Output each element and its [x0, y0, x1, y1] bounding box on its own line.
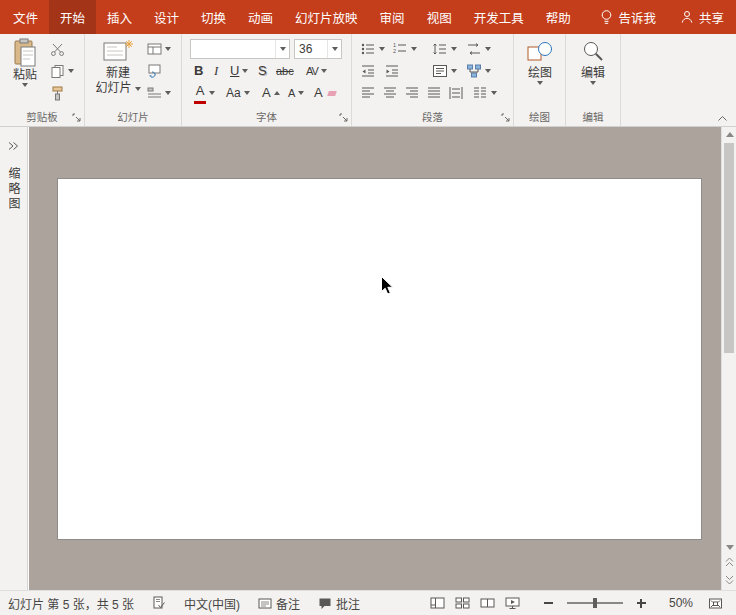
character-spacing-button[interactable]: AV [306, 62, 327, 80]
notes-icon [258, 597, 272, 610]
reading-view-button[interactable] [475, 597, 500, 609]
thumbnail-pane-collapsed[interactable]: 缩略图 [0, 127, 28, 590]
text-shadow-button[interactable]: S [258, 62, 267, 80]
notes-button[interactable]: 备注 [258, 595, 300, 612]
paste-button[interactable]: 粘贴 [6, 38, 44, 87]
justify-button[interactable] [426, 84, 442, 102]
new-slide-button[interactable]: 新建 幻灯片 [93, 38, 143, 96]
scroll-down-arrow-icon[interactable] [726, 545, 734, 550]
slide-editing-canvas [29, 127, 721, 590]
font-group-label: 字体 [182, 109, 351, 124]
tab-design[interactable]: 设计 [143, 0, 190, 34]
strikethrough-button[interactable]: abc [276, 62, 294, 80]
chevron-down-icon [68, 69, 74, 73]
tab-developer[interactable]: 开发工具 [463, 0, 535, 34]
clipboard-dialog-launcher[interactable] [72, 113, 81, 122]
collapse-ribbon-button[interactable] [717, 115, 728, 122]
minus-icon [544, 602, 553, 604]
chevron-down-icon [491, 91, 497, 95]
font-group: 36 B I U S abc AV A [182, 34, 352, 126]
tab-insert[interactable]: 插入 [96, 0, 143, 34]
columns-button[interactable] [472, 84, 497, 102]
font-color-button[interactable]: A [194, 84, 215, 102]
align-center-button[interactable] [382, 84, 398, 102]
reset-slide-button[interactable] [147, 62, 162, 80]
editing-button[interactable]: 编辑 [572, 38, 614, 85]
grow-font-button[interactable]: A [262, 84, 280, 102]
font-dialog-launcher[interactable] [339, 113, 348, 122]
line-spacing-button[interactable] [432, 40, 457, 58]
bullets-button[interactable] [360, 40, 385, 58]
numbered-list-icon: 12 [392, 41, 408, 57]
editing-group: 编辑 编辑 [566, 34, 621, 126]
zoom-slider-thumb[interactable] [593, 598, 597, 608]
scroll-up-arrow-icon[interactable] [726, 132, 734, 137]
fit-to-window-button[interactable] [703, 597, 728, 610]
font-size-dropdown[interactable] [327, 40, 341, 58]
change-case-button[interactable]: Aa [226, 84, 250, 102]
align-left-button[interactable] [360, 84, 376, 102]
align-right-button[interactable] [404, 84, 420, 102]
tell-me-label: 告诉我 [618, 8, 656, 27]
slide-layout-button[interactable] [147, 40, 171, 58]
normal-view-button[interactable] [425, 597, 450, 609]
vertical-scrollbar[interactable] [721, 127, 736, 590]
tab-animations[interactable]: 动画 [237, 0, 284, 34]
chevron-down-icon [332, 47, 338, 51]
comments-button[interactable]: 批注 [318, 595, 360, 612]
font-size-combobox[interactable]: 36 [294, 39, 342, 59]
convert-smartart-button[interactable] [466, 62, 491, 80]
section-button[interactable] [147, 84, 171, 102]
clear-formatting-button[interactable]: A [314, 84, 336, 102]
decrease-indent-icon [360, 63, 376, 79]
copy-button[interactable] [50, 62, 74, 80]
scrollbar-thumb[interactable] [724, 143, 734, 353]
tell-me-button[interactable]: 告诉我 [588, 0, 668, 34]
tab-review[interactable]: 审阅 [369, 0, 416, 34]
tab-file[interactable]: 文件 [2, 0, 49, 34]
cut-button[interactable] [50, 40, 65, 58]
align-left-icon [360, 85, 376, 101]
zoom-in-button[interactable] [632, 599, 651, 608]
expand-thumbnails-chevron-icon[interactable] [7, 141, 19, 151]
drawing-group-label: 绘图 [514, 109, 565, 124]
drawing-button[interactable]: 绘图 [519, 38, 561, 85]
lightbulb-icon [600, 9, 613, 26]
slide-number-indicator[interactable]: 幻灯片 第 5 张，共 5 张 [8, 595, 134, 612]
plus-icon [637, 599, 646, 608]
align-text-button[interactable] [432, 62, 457, 80]
language-indicator[interactable]: 中文(中国) [184, 595, 240, 612]
slideshow-view-button[interactable] [500, 597, 525, 610]
zoom-level-button[interactable]: 50% [669, 596, 693, 610]
comments-label: 批注 [336, 595, 360, 612]
tab-view[interactable]: 视图 [416, 0, 463, 34]
tab-home[interactable]: 开始 [49, 0, 96, 34]
zoom-out-button[interactable] [539, 602, 558, 604]
slide-sorter-view-button[interactable] [450, 597, 475, 609]
tab-help[interactable]: 帮助 [535, 0, 582, 34]
italic-button[interactable]: I [214, 62, 218, 80]
numbering-button[interactable]: 12 [392, 40, 417, 58]
increase-indent-button[interactable] [384, 62, 400, 80]
zoom-slider[interactable] [567, 602, 623, 604]
shrink-font-button[interactable]: A [288, 84, 304, 102]
paragraph-dialog-launcher[interactable] [501, 113, 510, 122]
spellcheck-button[interactable] [152, 596, 166, 610]
slide-canvas[interactable] [57, 178, 702, 540]
shapes-icon [526, 38, 554, 66]
previous-slide-button[interactable] [724, 556, 735, 568]
share-button[interactable]: 共享 [668, 0, 736, 34]
distribute-button[interactable] [448, 84, 464, 102]
bold-button[interactable]: B [194, 62, 203, 80]
chevron-down-icon [209, 91, 215, 95]
decrease-indent-button[interactable] [360, 62, 376, 80]
font-name-dropdown[interactable] [275, 40, 289, 58]
tab-transitions[interactable]: 切换 [190, 0, 237, 34]
font-name-combobox[interactable] [190, 39, 290, 59]
next-slide-button[interactable] [724, 574, 735, 586]
tab-slideshow[interactable]: 幻灯片放映 [284, 0, 369, 34]
underline-button[interactable]: U [230, 62, 248, 80]
shrink-font-glyph: A [288, 84, 295, 102]
format-painter-button[interactable] [50, 84, 65, 102]
text-direction-button[interactable] [466, 40, 491, 58]
